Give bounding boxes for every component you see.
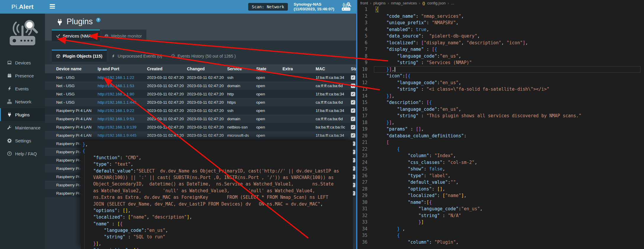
code-line[interactable]: 14 }], [357,93,644,100]
code-line[interactable]: 9 "string" : "Services (NMAP)" [357,59,644,66]
status-checkbox[interactable]: ✔ [351,92,355,96]
ip-port-link[interactable]: http://192.168.1.1:53 [98,84,134,88]
code-line[interactable]: 10 }], [357,66,644,73]
table-row[interactable]: Net - USGhttp://192.168.1.1:802023-03-11… [45,90,356,98]
status-checkbox[interactable]: ✔ [351,84,355,88]
line-number: 4 [357,26,367,33]
table-row[interactable]: Raspberry Pi 4 LANhttp://192.168.1.9:532… [45,115,356,123]
code-line[interactable]: 8 "language_code":"en_us", [357,53,644,60]
tab-plugin-objects-115[interactable]: Plugin Objects (115) [52,50,107,62]
code-line[interactable]: 25 "show": false, [357,166,644,172]
tab-website-monitor[interactable]: Website monitor [100,30,146,41]
table-row[interactable]: Raspberry Pi 4 LANhttp://192.168.1.9:222… [45,106,356,115]
line-number: 7 [357,46,367,53]
column-header[interactable]: Ip and Port [98,66,147,71]
code-line[interactable]: 28 "options": [], [357,186,644,193]
tab-services-nmap[interactable]: Services (NMAP) [52,30,100,41]
code-line[interactable]: 32 "string" : "N/A" [357,212,644,219]
code-line[interactable]: 33 }] [357,219,644,226]
code-line[interactable]: 7 "display_name" : [{ [357,46,644,53]
status-checkbox[interactable]: ✔ [351,100,355,105]
column-header[interactable]: Service [227,66,256,71]
breadcrumb[interactable]: front›plugins›nmap_services›{}config.jso… [357,0,644,6]
config-json-code[interactable]: 1{2 "code_name": "nmap_services",3 "uniq… [357,6,644,245]
code-line[interactable]: 4 "enabled": true, [357,26,644,33]
column-header[interactable]: Device name [56,66,98,71]
sidebar-item-settings[interactable]: Settings [0,134,45,147]
code-line[interactable]: 24 "css_classes": "col-sm-2", [357,159,644,166]
status-checkbox[interactable]: ✔ [351,133,355,138]
overlay-code-line: }, [83,141,353,148]
ip-port-link[interactable]: http://192.168.1.9:139 [98,125,136,129]
ip-port-link[interactable]: http://192.168.1.9:53 [98,117,134,121]
sidebar-item-presence[interactable]: Presence [0,69,45,82]
column-header[interactable]: Extra [283,66,316,71]
code-line[interactable]: 31 "language_code":"en_us", [357,206,644,212]
code-line[interactable]: 12 "language_code":"en_us", [357,79,644,86]
code-line[interactable]: 23 "column": "Index", [357,152,644,159]
code-line[interactable]: 15 "description": [{ [357,99,644,106]
breadcrumb-segment[interactable]: ... [451,1,454,5]
sidebar-item-maintenance[interactable]: Maintenance [0,121,45,134]
ip-port-link[interactable]: http://192.168.1.1:80 [98,92,134,96]
status-checkbox[interactable]: ✔ [351,75,355,80]
code-line[interactable]: 34 } , [357,226,644,232]
tab-label: Website monitor [111,34,142,38]
column-header[interactable]: Status [351,66,356,71]
breadcrumb-segment[interactable]: plugins [373,1,385,5]
table-row[interactable]: Net - USGhttp://192.168.1.1:222023-03-11… [45,73,356,82]
overlay-code-line: "options": [], [83,207,353,214]
code-line[interactable]: 13 "string" : "<i class=\"fa-solid fa-sa… [357,86,644,93]
sidebar-item-devices[interactable]: Devices [0,56,45,69]
code-line[interactable]: 29 "localized": ["name"], [357,192,644,199]
tab-unprocessed-events-0[interactable]: Unprocessed Events (0) [107,50,167,62]
breadcrumb-segment[interactable]: nmap_services [391,1,417,5]
tab-events-history-50-out-of-1265[interactable]: Events History (50 out of 1265 ) [167,50,240,62]
status-checkbox[interactable]: ✔ [351,108,355,113]
column-header[interactable]: State [256,66,283,71]
line-number: 17 [357,113,367,119]
code-line[interactable]: 1{ [357,6,644,13]
sidebar-item-plugins[interactable]: Plugins [0,108,45,121]
ip-port-link[interactable]: http://192.168.1.1:443 [98,100,136,105]
code-line[interactable]: 35 { [357,232,644,239]
status-checkbox[interactable]: ✔ [351,117,355,121]
column-header[interactable]: Created [147,66,187,71]
sidebar-item-help-faq[interactable]: ?Help / FAQ [0,147,45,160]
column-header[interactable]: Changed [187,66,227,71]
table-row[interactable]: Raspberry Pi 4 LANhttp://192.168.1.9:445… [45,131,356,139]
code-line[interactable]: 3 "unique_prefix": "NMAPSRV", [357,19,644,26]
breadcrumb-segment[interactable]: config.json [427,1,446,5]
code-line[interactable]: 22 { [357,146,644,153]
table-row[interactable]: Raspberry Pi 4 LANhttp://192.168.1.9:139… [45,123,356,131]
code-line[interactable]: 11 "icon":[{ [357,73,644,79]
code-line[interactable]: 5 "data_source": "pialert-db-query", [357,33,644,40]
brand[interactable]: Pi.Alert [0,0,45,14]
code-line[interactable]: 36 "column": "Plugin", [357,239,644,246]
table-row[interactable]: Net - USGhttp://192.168.1.1:4432023-03-1… [45,98,356,106]
window-divider[interactable] [356,0,357,249]
ip-port-link[interactable]: http://192.168.1.9:445 [98,133,136,138]
table-row[interactable]: Net - USGhttp://192.168.1.1:532023-03-11… [45,82,356,90]
ip-port-link[interactable]: http://192.168.1.9:22 [98,108,134,113]
sidebar-item-events[interactable]: Events [0,82,45,95]
code-line[interactable]: 20 "database_column_definitions": [357,133,644,139]
breadcrumb-segment[interactable]: front [360,1,368,5]
help-badge[interactable]: ? [96,18,101,22]
code-line[interactable]: 19 "params" : [], [357,126,644,133]
code-line[interactable]: 21 [ [357,139,644,146]
status-checkbox[interactable]: ✔ [351,125,355,129]
code-line[interactable]: 18 }], [357,119,644,126]
code-line[interactable]: 26 "type": "label", [357,172,644,179]
code-line[interactable]: 27 "default_value":"", [357,179,644,186]
code-line[interactable]: 30 "name":[{ [357,199,644,206]
ip-port-link[interactable]: http://192.168.1.1:22 [98,75,134,80]
sidebar-toggle-button[interactable] [50,4,56,9]
sidebar-item-network[interactable]: Network [0,95,45,108]
line-number: 16 [357,106,367,113]
code-line[interactable]: 17 "string" : "This plugin shows all ser… [357,113,644,119]
code-line[interactable]: 16 "language_code":"en_us", [357,106,644,113]
code-line[interactable]: 2 "code_name": "nmap_services", [357,13,644,20]
column-header[interactable]: MAC [316,66,351,71]
code-line[interactable]: 6 "localized": ["display_name", "descrip… [357,40,644,46]
